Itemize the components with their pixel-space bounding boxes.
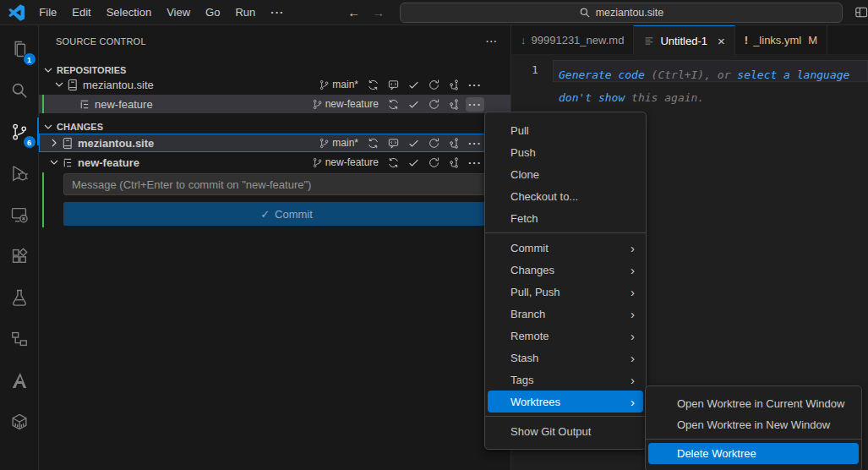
menu-item-fetch[interactable]: Fetch	[488, 207, 643, 229]
branch-picker[interactable]: main*	[319, 137, 358, 149]
titlebar: File Edit Selection View Go Run ··· ← → …	[0, 0, 868, 25]
menu-item-tags[interactable]: Tags›	[488, 369, 643, 391]
sync-icon[interactable]	[367, 137, 379, 150]
menu-item-commit[interactable]: Commit›	[488, 237, 643, 259]
comment-code-icon[interactable]	[387, 137, 400, 150]
commit-message-input[interactable]	[63, 173, 506, 195]
row-actions: ···	[367, 137, 482, 150]
branch-picker[interactable]: new-feature	[312, 98, 379, 110]
markdown-icon: ↓	[521, 34, 527, 46]
more-actions-icon[interactable]: ···	[468, 156, 482, 169]
submenu-chevron-icon: ›	[631, 374, 635, 386]
menu-item-show-git-output[interactable]: Show Git Output	[488, 420, 643, 442]
activity-source-control[interactable]: 6	[0, 111, 39, 152]
menu-item-push[interactable]: Push	[488, 141, 643, 163]
panel-more-actions-icon[interactable]: ···	[486, 36, 498, 46]
git-graph-icon[interactable]	[448, 79, 461, 91]
chevron-right-icon[interactable]	[47, 136, 61, 150]
close-icon[interactable]: ×	[718, 34, 725, 48]
changes-repo-row-meziantou[interactable]: meziantou.site main* ···	[39, 134, 510, 152]
more-actions-icon[interactable]: ···	[466, 97, 484, 112]
list-tree-icon	[61, 156, 74, 169]
git-graph-icon[interactable]	[448, 137, 461, 150]
commit-check-icon[interactable]	[407, 156, 420, 169]
worktree-row-new-feature[interactable]: new-feature new-feature ···	[39, 95, 510, 113]
menu-go[interactable]: Go	[198, 3, 227, 21]
menu-item-checkout-to[interactable]: Checkout to...	[488, 185, 643, 207]
sync-icon[interactable]	[387, 156, 400, 169]
activity-azure[interactable]	[0, 359, 39, 401]
changes-worktree-row-new-feature[interactable]: new-feature new-feature ···	[39, 153, 510, 172]
menu-selection[interactable]: Selection	[99, 3, 159, 21]
activity-hierarchy[interactable]	[0, 318, 39, 359]
generate-code-link[interactable]: Generate code	[559, 68, 645, 81]
tab-99991231-new-md[interactable]: ↓ 99991231_new.md	[511, 25, 634, 55]
git-branch-icon	[312, 157, 323, 168]
submenu-chevron-icon: ›	[631, 286, 635, 298]
select-language-link[interactable]: select a language	[737, 68, 849, 81]
git-branch-icon	[319, 79, 330, 90]
refresh-icon[interactable]	[428, 79, 440, 91]
menu-item-delete-worktree[interactable]: Delete Worktree	[648, 443, 859, 464]
menu-item-open-worktree-current-window[interactable]: Open Worktree in Current Window	[648, 393, 859, 414]
activity-run-debug[interactable]	[0, 152, 39, 194]
extensions-icon	[10, 247, 29, 265]
comment-code-icon[interactable]	[387, 79, 400, 91]
menu-item-pull-push[interactable]: Pull, Push›	[488, 281, 643, 303]
commit-check-icon[interactable]	[407, 98, 420, 111]
sync-icon[interactable]	[387, 98, 400, 111]
back-icon[interactable]: ←	[347, 5, 360, 19]
refresh-icon[interactable]	[428, 156, 440, 169]
menu-overflow-icon[interactable]: ···	[263, 3, 292, 21]
row-actions: ···	[387, 156, 482, 169]
menu-item-changes[interactable]: Changes›	[488, 259, 643, 281]
menu-item-open-worktree-new-window[interactable]: Open Worktree in New Window	[648, 414, 859, 435]
activity-testing[interactable]	[0, 276, 39, 318]
menubar: File Edit Selection View Go Run ···	[31, 3, 292, 21]
more-actions-icon[interactable]: ···	[468, 137, 482, 150]
menu-view[interactable]: View	[159, 3, 198, 21]
activity-remote-explorer[interactable]	[0, 194, 39, 235]
activity-explorer[interactable]: 1	[0, 28, 39, 69]
command-center-search[interactable]: meziantou.site	[400, 3, 842, 23]
sync-icon[interactable]	[367, 79, 379, 91]
menu-edit[interactable]: Edit	[64, 3, 98, 21]
customize-layout-icon[interactable]	[854, 5, 868, 19]
menu-item-branch[interactable]: Branch›	[488, 303, 643, 325]
commit-button-label: Commit	[275, 208, 313, 221]
tab-label: 99991231_new.md	[532, 34, 625, 46]
chevron-down-icon[interactable]	[52, 78, 66, 91]
activity-containers[interactable]	[0, 401, 39, 442]
commit-check-icon[interactable]	[407, 79, 420, 91]
section-label: REPOSITORIES	[57, 65, 126, 75]
activity-extensions[interactable]	[0, 235, 39, 276]
more-actions-icon[interactable]: ···	[468, 79, 482, 91]
menu-file[interactable]: File	[31, 3, 64, 21]
menu-item-worktrees[interactable]: Worktrees›	[488, 391, 643, 413]
repo-icon	[61, 137, 74, 150]
menu-separator	[646, 439, 861, 440]
tab-links-yml[interactable]: ! _links.yml M	[735, 25, 827, 55]
menu-item-stash[interactable]: Stash›	[488, 347, 643, 369]
dont-show-link[interactable]: don't show	[559, 91, 625, 104]
commit-button[interactable]: ✓ Commit	[63, 202, 510, 226]
git-graph-icon[interactable]	[448, 98, 461, 111]
refresh-icon[interactable]	[428, 137, 440, 150]
menu-item-pull[interactable]: Pull	[488, 119, 643, 141]
menu-run[interactable]: Run	[227, 3, 263, 21]
branch-picker[interactable]: main*	[319, 79, 358, 90]
refresh-icon[interactable]	[428, 98, 440, 111]
repo-row-meziantou[interactable]: meziantou.site main* ···	[39, 75, 510, 94]
list-tree-icon	[78, 98, 90, 111]
panel-title: SOURCE CONTROL	[56, 36, 486, 46]
branch-picker[interactable]: new-feature	[312, 156, 379, 168]
chevron-down-icon[interactable]	[47, 156, 61, 169]
commit-check-icon[interactable]	[407, 137, 420, 150]
tab-bar: ↓ 99991231_new.md Untitled-1 × ! _links.…	[511, 25, 868, 55]
forward-icon[interactable]: →	[372, 5, 385, 19]
tab-untitled-1[interactable]: Untitled-1 ×	[634, 25, 734, 55]
menu-item-remote[interactable]: Remote›	[488, 325, 643, 347]
menu-item-clone[interactable]: Clone	[488, 163, 643, 185]
git-graph-icon[interactable]	[448, 156, 461, 169]
activity-search[interactable]	[0, 69, 39, 111]
